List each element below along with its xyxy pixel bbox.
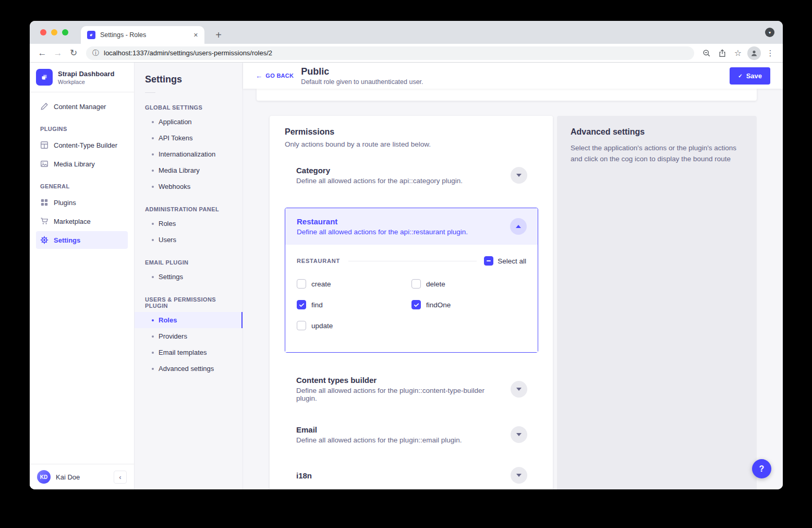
help-button[interactable]: ?: [752, 459, 771, 478]
bullet-icon: [152, 319, 154, 321]
accordion-header[interactable]: Content types builder Define all allowed…: [285, 376, 538, 402]
back-button[interactable]: ←: [35, 46, 50, 61]
settings-nav-group-label: USERS & PERMISSIONS PLUGIN: [135, 285, 243, 312]
accordion-header[interactable]: i18n: [285, 467, 538, 484]
settings-nav-item-providers[interactable]: Providers: [135, 328, 243, 344]
save-button[interactable]: ✓ Save: [730, 67, 770, 85]
new-tab-button[interactable]: +: [210, 27, 227, 43]
accordion-toggle-button[interactable]: [511, 167, 527, 184]
window-controls: [40, 29, 68, 35]
settings-nav-item-api-tokens[interactable]: API Tokens: [135, 130, 243, 146]
chevron-icon: [516, 433, 522, 436]
workspace-brand[interactable]: Strapi Dashboard Workplace: [30, 63, 134, 92]
settings-nav-item-users[interactable]: Users: [135, 232, 243, 248]
content-type-builder-icon: [40, 141, 49, 149]
accordion-header[interactable]: Restaurant Define all allowed actions fo…: [285, 208, 538, 245]
avatar[interactable]: KD: [37, 470, 51, 484]
bookmark-star-icon[interactable]: ☆: [731, 46, 745, 61]
accordion-toggle-button[interactable]: [510, 218, 527, 235]
settings-nav-item-media-library[interactable]: Media Library: [135, 162, 243, 178]
accordion-i18n: i18n: [285, 467, 538, 484]
fullscreen-window-button[interactable]: [62, 29, 68, 35]
sidebar-item-plugins[interactable]: Plugins: [36, 194, 128, 211]
bullet-icon: [152, 170, 154, 172]
checkbox-icon: [297, 279, 306, 289]
permissions-card: Permissions Only actions bound by a rout…: [270, 116, 553, 489]
browser-menu-icon[interactable]: ⋮: [763, 46, 778, 61]
browser-profile-avatar[interactable]: [747, 46, 761, 60]
permission-checkbox-create[interactable]: create: [297, 279, 411, 289]
select-all-checkbox[interactable]: Select all: [484, 256, 526, 266]
user-name: Kai Doe: [56, 473, 80, 481]
chevron-icon: [516, 388, 522, 391]
permission-checkbox-grid: create delete find findOne update: [297, 279, 526, 330]
bullet-icon: [152, 368, 154, 370]
permissions-title: Permissions: [285, 127, 538, 137]
chevron-icon: [516, 174, 522, 177]
accordion-body: RESTAURANT Select all create delete find…: [285, 245, 538, 352]
sidebar-item-marketplace[interactable]: Marketplace: [36, 212, 128, 230]
accordion-header[interactable]: Category Define all allowed actions for …: [285, 166, 538, 185]
marketplace-icon: [40, 217, 49, 225]
zoom-out-icon[interactable]: [699, 46, 714, 61]
collapse-sidebar-button[interactable]: ‹: [114, 471, 127, 484]
settings-nav-group: ADMINISTRATION PANEL Roles Users: [135, 195, 243, 248]
bullet-icon: [152, 153, 154, 155]
go-back-link[interactable]: ← GO BACK: [256, 72, 294, 80]
settings-nav-item-email-templates[interactable]: Email templates: [135, 344, 243, 361]
settings-nav-item-roles[interactable]: Roles: [135, 215, 243, 232]
settings-nav-item-internationalization[interactable]: Internationalization: [135, 146, 243, 162]
permission-checkbox-delete[interactable]: delete: [411, 279, 526, 289]
sidebar-item-settings[interactable]: Settings: [36, 231, 128, 249]
bullet-icon: [152, 239, 154, 241]
site-info-icon[interactable]: ⓘ: [92, 49, 99, 58]
settings-nav-item-webhooks[interactable]: Webhooks: [135, 178, 243, 195]
permission-checkbox-update[interactable]: update: [297, 321, 411, 330]
bullet-icon: [152, 137, 154, 139]
tab-close-icon[interactable]: ✕: [193, 32, 198, 39]
accordion-header[interactable]: Email Define all allowed actions for the…: [285, 425, 538, 444]
page-title: Public: [301, 66, 423, 77]
permission-checkbox-findone[interactable]: findOne: [411, 300, 526, 309]
content-manager-icon: [40, 102, 49, 111]
accordion-email: Email Define all allowed actions for the…: [285, 425, 538, 444]
permissions-subtitle: Only actions bound by a route are listed…: [285, 140, 538, 148]
main-content: ← GO BACK Public Default role given to u…: [243, 63, 783, 489]
sidebar-item-content-type-builder[interactable]: Content-Type Builder: [36, 136, 128, 154]
settings-nav-item-roles[interactable]: Roles: [135, 312, 243, 328]
settings-nav-group-label: GLOBAL SETTINGS: [135, 93, 243, 114]
settings-nav-items: Roles Providers Email templates Advanced…: [135, 312, 243, 377]
url-bar[interactable]: ⓘ localhost:1337/admin/settings/users-pe…: [86, 46, 694, 60]
bullet-icon: [152, 352, 154, 354]
settings-nav-items: Roles Users: [135, 215, 243, 248]
media-library-icon: [40, 160, 49, 168]
accordion-toggle-button[interactable]: [511, 467, 527, 484]
indeterminate-checkbox-icon: [484, 256, 493, 266]
settings-nav-item-settings[interactable]: Settings: [135, 269, 243, 285]
settings-nav-items: Application API Tokens Internationalizat…: [135, 114, 243, 195]
settings-nav-group: EMAIL PLUGIN Settings: [135, 248, 243, 285]
sidebar-item-content-manager[interactable]: Content Manager: [36, 98, 128, 115]
accordion-toggle-button[interactable]: [511, 381, 527, 398]
sidebar-section-label: GENERAL: [36, 174, 128, 194]
settings-nav-item-advanced-settings[interactable]: Advanced settings: [135, 361, 243, 377]
tab-search-button[interactable]: ▾: [765, 28, 774, 37]
permission-checkbox-find[interactable]: find: [297, 300, 411, 309]
share-icon[interactable]: [715, 46, 730, 61]
sidebar-item-media-library[interactable]: Media Library: [36, 155, 128, 173]
accordion-restaurant: Restaurant Define all allowed actions fo…: [285, 208, 538, 353]
browser-tabstrip: Settings - Roles ✕ + ▾: [30, 21, 783, 44]
page-subtitle: Default role given to unauthenticated us…: [301, 78, 423, 86]
browser-tab[interactable]: Settings - Roles ✕: [81, 26, 204, 44]
accordion-toggle-button[interactable]: [511, 426, 527, 443]
reload-button[interactable]: ↻: [66, 46, 81, 61]
settings-nav-group-label: EMAIL PLUGIN: [135, 248, 243, 269]
settings-nav-item-application[interactable]: Application: [135, 114, 243, 130]
sidebar-nav: Content Manager PLUGINS Content-Type Bui…: [30, 92, 134, 255]
close-window-button[interactable]: [40, 29, 46, 35]
content-scroll-area[interactable]: Permissions Only actions bound by a rout…: [243, 89, 783, 489]
settings-nav-group: USERS & PERMISSIONS PLUGIN Roles Provide…: [135, 285, 243, 377]
browser-window: Settings - Roles ✕ + ▾ ← → ↻ ⓘ localhost…: [30, 21, 783, 489]
minimize-window-button[interactable]: [51, 29, 57, 35]
tab-title: Settings - Roles: [100, 31, 189, 39]
